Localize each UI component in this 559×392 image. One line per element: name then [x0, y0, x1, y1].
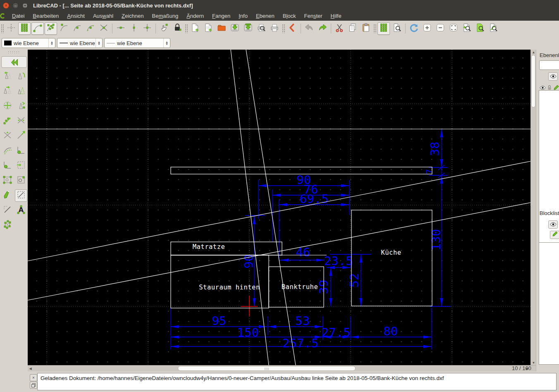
- tool-explode-button[interactable]: [1, 219, 14, 232]
- undo-button[interactable]: [303, 22, 315, 35]
- redraw-button[interactable]: [408, 22, 420, 35]
- block-list[interactable]: [539, 242, 559, 365]
- spin-arrows-icon[interactable]: ▲▼: [96, 38, 102, 48]
- add-block-button[interactable]: [550, 231, 559, 239]
- tool-move-button[interactable]: [1, 100, 14, 112]
- nav-back-button[interactable]: [286, 22, 299, 35]
- tool-trim-button[interactable]: [15, 115, 27, 127]
- spin-arrows-icon[interactable]: ▲▼: [48, 38, 55, 48]
- paste-button[interactable]: [360, 22, 372, 35]
- tool-move-rotate-button[interactable]: [15, 100, 27, 112]
- file-open-button[interactable]: [215, 22, 228, 35]
- lock-relative-zero-button[interactable]: [171, 22, 184, 35]
- file-new-template-button[interactable]: [202, 22, 215, 35]
- tool-rotate-button[interactable]: [15, 70, 27, 83]
- menu-zeichnen[interactable]: Zeichnen: [117, 12, 148, 20]
- menu-fenster[interactable]: Fenster: [300, 12, 327, 20]
- tool-explode-text-button[interactable]: A: [15, 204, 27, 217]
- tool-lengthen-button[interactable]: [15, 130, 27, 142]
- restrict-orthogonal-button[interactable]: [141, 22, 153, 35]
- command-close-button[interactable]: ×: [30, 374, 37, 381]
- dock-drag-handle[interactable]: [7, 51, 20, 53]
- tool-stretch-button[interactable]: [1, 174, 14, 187]
- color-combobox[interactable]: wie Ebene▲▼: [2, 38, 55, 48]
- spin-arrows-icon[interactable]: ▲▼: [163, 38, 170, 48]
- snap-entity-button[interactable]: [45, 22, 57, 35]
- zoom-out-button[interactable]: [434, 22, 447, 35]
- toolbar-drag-handle[interactable]: [282, 24, 285, 33]
- tool-scale-button[interactable]: [15, 85, 27, 98]
- menu-block[interactable]: Block: [279, 12, 300, 20]
- zoom-in-button[interactable]: [421, 22, 433, 35]
- window-minimize-button[interactable]: –: [12, 2, 19, 9]
- zoom-pan-button[interactable]: [487, 22, 499, 35]
- linetype-combobox[interactable]: wie Ebene▲▼: [104, 38, 170, 48]
- snap-relative-zero-button[interactable]: [158, 22, 170, 35]
- copy-button[interactable]: [346, 22, 359, 35]
- tool-delete-selected-button[interactable]: [15, 189, 27, 202]
- tool-snap-points-button[interactable]: [1, 115, 14, 127]
- print-button[interactable]: [268, 22, 281, 35]
- tool-mirror-button[interactable]: [1, 85, 14, 98]
- snap-distance-button[interactable]: [84, 22, 97, 35]
- snap-endpoint-button[interactable]: [31, 22, 44, 35]
- toolbar-drag-handle[interactable]: [1, 24, 4, 33]
- tool-bevel-button[interactable]: [15, 145, 27, 157]
- restrict-vertical-button[interactable]: [128, 22, 140, 35]
- snap-middle-button[interactable]: [71, 22, 84, 35]
- menu-auswahl[interactable]: Auswahl: [89, 12, 117, 20]
- document-preview-button[interactable]: [391, 22, 403, 35]
- snap-grid-button[interactable]: [18, 22, 31, 35]
- restrict-horizontal-button[interactable]: [115, 22, 127, 35]
- menu-datei[interactable]: Datei: [8, 12, 29, 20]
- toolbar-drag-handle[interactable]: [373, 24, 376, 33]
- horizontal-scrollbar-thumb[interactable]: [178, 366, 356, 371]
- toggle-all-blocks-button[interactable]: [548, 220, 558, 229]
- drawing-canvas[interactable]: 907669.5387130904623.53952955315027.5802…: [28, 50, 530, 365]
- zoom-auto-button[interactable]: [447, 22, 460, 35]
- horizontal-scrollbar[interactable]: ◀ ▶: [28, 365, 536, 371]
- vertical-scrollbar[interactable]: ▲ ▼: [530, 50, 536, 365]
- menu-info[interactable]: Info: [234, 12, 252, 20]
- eye-icon: [540, 86, 546, 90]
- file-new-button[interactable]: [189, 22, 201, 35]
- menu-ansicht[interactable]: Ansicht: [63, 12, 89, 20]
- menu-fangen[interactable]: Fangen: [208, 12, 234, 20]
- toggle-all-layers-button[interactable]: [548, 72, 558, 81]
- menu-hilfe[interactable]: Hilfe: [327, 12, 346, 20]
- tool-back-button[interactable]: [1, 56, 27, 68]
- tool-trim-two-button[interactable]: [1, 130, 14, 142]
- tool-offset-button[interactable]: [1, 145, 14, 157]
- tool-properties-button[interactable]: [15, 174, 27, 187]
- menu-bearbeiten[interactable]: Bearbeiten: [29, 12, 63, 20]
- snap-intersection-button[interactable]: [98, 22, 110, 35]
- offset-icon: [2, 145, 12, 157]
- toolbar-drag-handle[interactable]: [185, 24, 188, 33]
- tool-attributes-button[interactable]: [1, 189, 14, 202]
- layer-filter-input[interactable]: [539, 60, 559, 70]
- command-detach-button[interactable]: [30, 382, 37, 389]
- tool-delete-button[interactable]: [1, 204, 14, 217]
- print-preview-button[interactable]: [255, 22, 268, 35]
- file-save-as-button[interactable]: [242, 22, 254, 35]
- vertical-scrollbar-thumb[interactable]: [531, 55, 535, 108]
- view-grid-button[interactable]: [377, 22, 390, 35]
- snap-free-button[interactable]: [5, 22, 17, 35]
- tool-divide-button[interactable]: [15, 160, 27, 172]
- tool-move-copy-button[interactable]: [1, 70, 14, 83]
- menu-ndern[interactable]: Ändern: [182, 12, 208, 20]
- redo-button[interactable]: [316, 22, 329, 35]
- scroll-left-icon[interactable]: ◀: [28, 366, 33, 371]
- lineweight-combobox[interactable]: wie Ebene▲▼: [57, 38, 103, 48]
- zoom-window-button[interactable]: [474, 22, 486, 35]
- zoom-previous-button[interactable]: [461, 22, 473, 35]
- file-save-button[interactable]: [229, 22, 241, 35]
- tool-fillet-button[interactable]: [1, 160, 14, 172]
- menu-bemaung[interactable]: Bemaßung: [148, 12, 183, 20]
- snap-center-button[interactable]: [58, 22, 70, 35]
- cut-button[interactable]: [333, 22, 346, 35]
- command-line[interactable]: Geladenes Dokument: /home/hannes/EigeneD…: [37, 373, 557, 390]
- menu-ebenen[interactable]: Ebenen: [252, 12, 279, 20]
- window-close-button[interactable]: ×: [3, 2, 9, 9]
- window-maximize-button[interactable]: [22, 2, 28, 9]
